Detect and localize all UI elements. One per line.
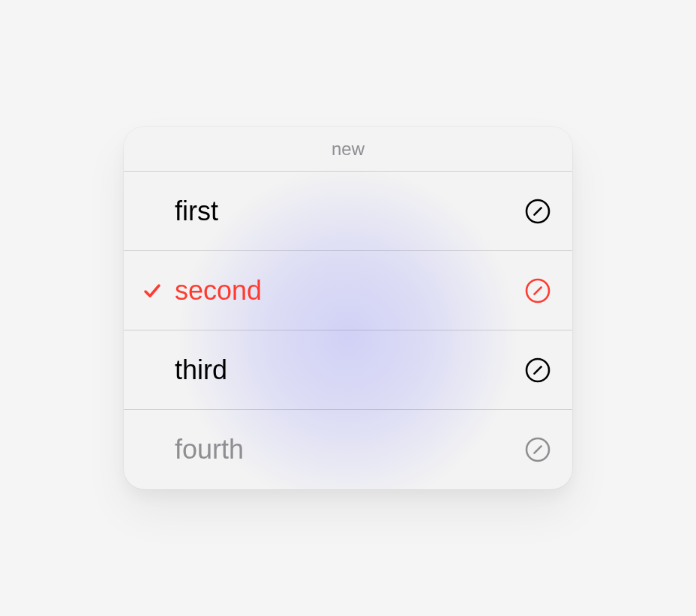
pencil-circle-icon [525,437,550,462]
svg-line-1 [534,208,541,214]
checkmark-slot [142,280,175,301]
menu-item-third[interactable]: third [124,330,572,410]
pencil-circle-icon [525,357,550,383]
svg-line-5 [534,366,541,373]
svg-line-3 [534,287,541,294]
menu-header[interactable]: new [124,127,572,172]
edit-button[interactable] [524,198,551,225]
menu-item-label: first [175,196,524,227]
checkmark-icon [142,280,163,301]
menu-item-label: fourth [175,434,524,465]
edit-button[interactable] [524,277,551,304]
menu-item-label: second [175,275,524,307]
edit-button[interactable] [524,357,551,384]
menu-item-first[interactable]: first [124,172,572,251]
pencil-circle-icon [525,199,550,224]
menu-item-label: third [175,354,524,386]
menu-header-title: new [332,139,364,160]
menu-panel: new first second [124,127,572,489]
pencil-circle-icon [525,278,550,304]
menu-item-second[interactable]: second [124,251,572,330]
menu-item-fourth[interactable]: fourth [124,410,572,489]
svg-line-7 [534,446,541,453]
edit-button[interactable] [524,436,551,463]
